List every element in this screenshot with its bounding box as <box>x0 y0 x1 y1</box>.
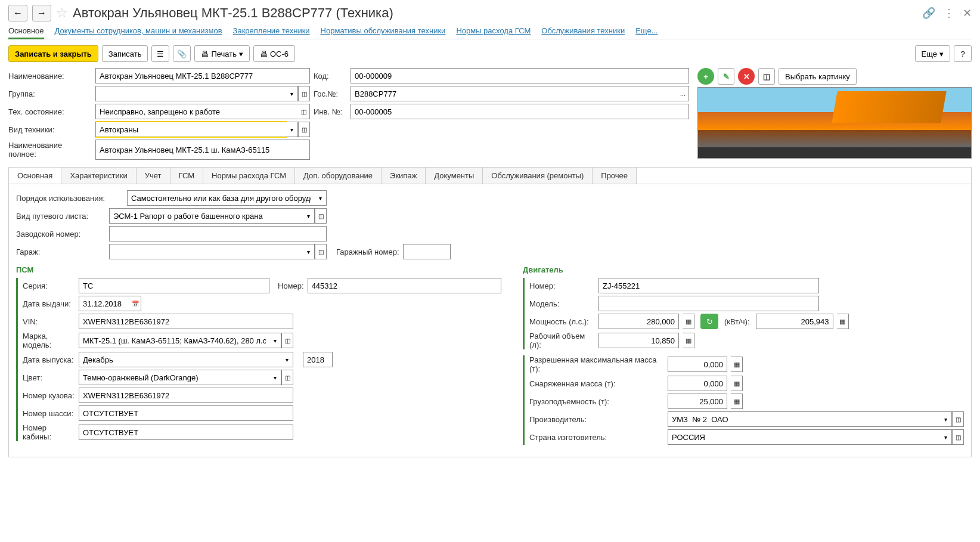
tab-main[interactable]: Основная <box>9 168 61 184</box>
eng-model-input[interactable] <box>598 296 819 311</box>
garage-num-input[interactable] <box>403 244 451 259</box>
calendar-icon[interactable]: 📅 <box>129 296 141 311</box>
gos-label: Гос.№: <box>314 89 347 98</box>
tab-docs[interactable]: Документы <box>426 168 483 184</box>
curbmass-input[interactable] <box>668 376 727 391</box>
maker-dropdown-icon[interactable]: ▾ <box>940 411 952 427</box>
calc-icon-2[interactable]: ▦ <box>837 314 849 329</box>
garage-open-icon[interactable]: ◫ <box>315 244 327 259</box>
maker-input[interactable] <box>668 411 940 427</box>
nav-fuel[interactable]: Нормы расхода ГСМ <box>456 26 531 35</box>
model-input[interactable] <box>79 333 269 348</box>
forward-button[interactable]: → <box>32 5 51 21</box>
kebab-icon[interactable]: ⋮ <box>944 7 954 20</box>
color-open-icon[interactable]: ◫ <box>281 370 293 385</box>
waybill-dropdown-icon[interactable]: ▾ <box>303 208 315 224</box>
nav-assign[interactable]: Закрепление техники <box>233 26 310 35</box>
nav-main[interactable]: Основное <box>8 26 44 39</box>
calc-icon-4[interactable]: ▦ <box>731 357 743 372</box>
garage-dropdown-icon[interactable]: ▾ <box>303 244 315 259</box>
os6-button[interactable]: 🖶 ОС-6 <box>253 45 295 62</box>
month-dropdown-icon[interactable]: ▾ <box>281 352 293 367</box>
model-open-icon[interactable]: ◫ <box>281 333 293 348</box>
model-dropdown-icon[interactable]: ▾ <box>269 333 281 348</box>
tab-crew[interactable]: Экипаж <box>382 168 426 184</box>
vol-input[interactable] <box>598 333 679 348</box>
tab-equip[interactable]: Доп. оборудование <box>295 168 382 184</box>
nav-docs[interactable]: Документы сотрудников, машин и механизмо… <box>55 26 222 35</box>
calc-icon-3[interactable]: ▦ <box>683 333 694 348</box>
series-input[interactable] <box>79 278 269 293</box>
cabin-input[interactable] <box>79 425 293 440</box>
save-close-button[interactable]: Записать и закрыть <box>8 45 98 62</box>
factory-input[interactable] <box>109 226 327 241</box>
group-dropdown-icon[interactable]: ▾ <box>286 86 298 101</box>
attach-icon[interactable]: 📎 <box>173 45 191 62</box>
list-icon[interactable]: ☰ <box>151 45 169 62</box>
delete-pic-button[interactable]: ✕ <box>738 68 755 85</box>
tab-maint[interactable]: Обслуживания (ремонты) <box>483 168 593 184</box>
type-input[interactable] <box>95 122 286 137</box>
popout-pic-button[interactable]: ◫ <box>758 68 775 85</box>
full-input[interactable] <box>95 140 310 160</box>
capacity-input[interactable] <box>668 394 727 409</box>
nav-norms[interactable]: Нормативы обслуживания техники <box>321 26 446 35</box>
back-button[interactable]: ← <box>8 5 27 21</box>
close-icon[interactable]: ✕ <box>963 7 972 20</box>
link-icon[interactable]: 🔗 <box>922 7 935 20</box>
calc-icon-5[interactable]: ▦ <box>731 376 743 391</box>
usage-input[interactable] <box>127 190 315 206</box>
type-dropdown-icon[interactable]: ▾ <box>286 122 298 137</box>
refresh-icon[interactable]: ↻ <box>700 314 718 329</box>
name-input[interactable] <box>95 68 310 83</box>
group-open-icon[interactable]: ◫ <box>298 86 310 101</box>
choose-pic-button[interactable]: Выбрать картинку <box>779 68 857 85</box>
nav-service[interactable]: Обслуживания техники <box>541 26 625 35</box>
tab-content: Порядок использования: ▾ Вид путевого ли… <box>8 184 972 457</box>
group-input[interactable] <box>95 86 286 101</box>
eng-num-input[interactable] <box>598 278 819 293</box>
country-dropdown-icon[interactable]: ▾ <box>940 429 952 445</box>
kwh-input[interactable] <box>756 314 833 329</box>
num-input[interactable] <box>308 278 501 293</box>
tab-other[interactable]: Прочее <box>593 168 637 184</box>
add-pic-button[interactable]: + <box>697 68 714 85</box>
state-open-icon[interactable]: ◫ <box>298 104 310 119</box>
inv-input[interactable] <box>351 104 689 119</box>
help-button[interactable]: ? <box>954 45 972 62</box>
save-button[interactable]: Записать <box>102 45 148 62</box>
waybill-input[interactable] <box>109 208 303 224</box>
type-open-icon[interactable]: ◫ <box>298 122 310 137</box>
more-button[interactable]: Еще ▾ <box>915 45 950 62</box>
state-input[interactable] <box>95 104 298 119</box>
month-input[interactable] <box>79 352 281 367</box>
chassis-input[interactable] <box>79 405 293 421</box>
vin-input[interactable] <box>79 314 293 329</box>
power-input[interactable] <box>598 314 679 329</box>
garage-input[interactable] <box>109 244 303 259</box>
waybill-open-icon[interactable]: ◫ <box>315 208 327 224</box>
country-open-icon[interactable]: ◫ <box>952 429 964 445</box>
year-input[interactable] <box>303 352 333 367</box>
calc-icon[interactable]: ▦ <box>683 314 694 329</box>
nav-more[interactable]: Еще... <box>635 26 658 35</box>
color-dropdown-icon[interactable]: ▾ <box>269 370 281 385</box>
maxmass-input[interactable] <box>668 357 727 372</box>
print-button[interactable]: 🖶 Печать ▾ <box>194 45 250 62</box>
favorite-star-icon[interactable]: ☆ <box>56 5 68 21</box>
body-input[interactable] <box>79 388 293 403</box>
gos-more-icon[interactable]: … <box>677 86 689 101</box>
edit-pic-button[interactable]: ✎ <box>718 68 734 85</box>
color-input[interactable] <box>79 370 269 385</box>
country-input[interactable] <box>668 429 940 445</box>
calc-icon-6[interactable]: ▦ <box>731 394 743 409</box>
tab-acc[interactable]: Учет <box>137 168 170 184</box>
maker-open-icon[interactable]: ◫ <box>952 411 964 427</box>
usage-dropdown-icon[interactable]: ▾ <box>315 190 327 206</box>
code-input[interactable] <box>351 68 689 83</box>
tab-gsm[interactable]: ГСМ <box>170 168 204 184</box>
issue-input[interactable] <box>79 296 129 311</box>
tab-char[interactable]: Характеристики <box>61 168 136 184</box>
tab-gsm-norm[interactable]: Нормы расхода ГСМ <box>203 168 295 184</box>
gos-input[interactable] <box>351 86 677 101</box>
